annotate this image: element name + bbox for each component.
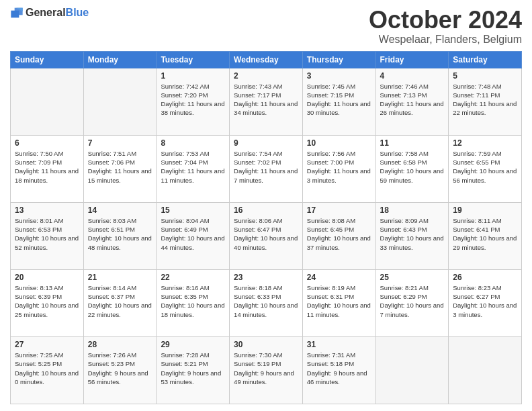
day-number: 17 xyxy=(307,205,371,215)
day-number: 5 xyxy=(453,71,517,81)
day-number: 16 xyxy=(234,205,298,215)
logo-general: General xyxy=(26,7,66,18)
day-info: Sunrise: 8:19 AMSunset: 6:31 PMDaylight:… xyxy=(307,283,371,319)
table-row: 13Sunrise: 8:01 AMSunset: 6:53 PMDayligh… xyxy=(11,202,84,269)
day-number: 18 xyxy=(380,205,445,215)
day-number: 29 xyxy=(161,340,225,349)
day-info: Sunrise: 7:48 AMSunset: 7:11 PMDaylight:… xyxy=(453,82,517,118)
table-row: 27Sunrise: 7:25 AMSunset: 5:25 PMDayligh… xyxy=(11,336,84,404)
day-number: 21 xyxy=(88,273,152,282)
table-row: 9Sunrise: 7:54 AMSunset: 7:02 PMDaylight… xyxy=(230,135,303,202)
day-info: Sunrise: 7:54 AMSunset: 7:02 PMDaylight:… xyxy=(234,149,298,185)
table-row: 4Sunrise: 7:46 AMSunset: 7:13 PMDaylight… xyxy=(375,68,449,135)
table-row: 18Sunrise: 8:09 AMSunset: 6:43 PMDayligh… xyxy=(375,202,449,269)
table-row: 12Sunrise: 7:59 AMSunset: 6:55 PMDayligh… xyxy=(449,135,522,202)
logo-icon xyxy=(10,7,24,19)
day-number: 22 xyxy=(161,273,225,282)
weekday-header-row: Sunday Monday Tuesday Wednesday Thursday… xyxy=(11,51,522,68)
day-number: 24 xyxy=(307,273,371,282)
day-info: Sunrise: 7:43 AMSunset: 7:17 PMDaylight:… xyxy=(234,82,298,118)
day-number: 13 xyxy=(15,205,79,215)
day-number: 3 xyxy=(307,71,371,81)
table-row: 23Sunrise: 8:18 AMSunset: 6:33 PMDayligh… xyxy=(230,269,303,336)
day-number: 20 xyxy=(15,273,79,282)
day-info: Sunrise: 7:46 AMSunset: 7:13 PMDaylight:… xyxy=(380,82,445,118)
table-row: 30Sunrise: 7:30 AMSunset: 5:19 PMDayligh… xyxy=(230,336,303,404)
day-info: Sunrise: 7:53 AMSunset: 7:04 PMDaylight:… xyxy=(161,149,225,185)
day-number: 26 xyxy=(453,273,517,282)
header-thursday: Thursday xyxy=(302,51,375,68)
day-info: Sunrise: 8:06 AMSunset: 6:47 PMDaylight:… xyxy=(234,216,298,252)
day-number: 7 xyxy=(88,138,152,148)
day-info: Sunrise: 8:14 AMSunset: 6:37 PMDaylight:… xyxy=(88,283,152,319)
logo: GeneralBlue xyxy=(10,7,89,19)
table-row: 24Sunrise: 8:19 AMSunset: 6:31 PMDayligh… xyxy=(302,269,375,336)
day-info: Sunrise: 7:25 AMSunset: 5:25 PMDaylight:… xyxy=(15,351,79,386)
header-sunday: Sunday xyxy=(11,51,84,68)
day-info: Sunrise: 7:58 AMSunset: 6:58 PMDaylight:… xyxy=(380,149,445,185)
day-number: 11 xyxy=(380,138,445,148)
calendar-week-row: 27Sunrise: 7:25 AMSunset: 5:25 PMDayligh… xyxy=(11,336,522,404)
title-block: October 2024 Wespelaar, Flanders, Belgiu… xyxy=(369,7,522,46)
day-info: Sunrise: 8:11 AMSunset: 6:41 PMDaylight:… xyxy=(453,216,517,252)
day-number: 23 xyxy=(234,273,298,282)
header-friday: Friday xyxy=(375,51,449,68)
day-info: Sunrise: 8:01 AMSunset: 6:53 PMDaylight:… xyxy=(15,216,79,252)
table-row xyxy=(375,336,449,404)
header: GeneralBlue October 2024 Wespelaar, Flan… xyxy=(10,7,522,46)
table-row: 3Sunrise: 7:45 AMSunset: 7:15 PMDaylight… xyxy=(302,68,375,135)
day-number: 30 xyxy=(234,340,298,349)
day-number: 27 xyxy=(15,340,79,349)
day-number: 4 xyxy=(380,71,445,81)
calendar-week-row: 6Sunrise: 7:50 AMSunset: 7:09 PMDaylight… xyxy=(11,135,522,202)
location-title: Wespelaar, Flanders, Belgium xyxy=(369,34,522,46)
calendar-table: Sunday Monday Tuesday Wednesday Thursday… xyxy=(10,51,522,404)
day-info: Sunrise: 7:28 AMSunset: 5:21 PMDaylight:… xyxy=(161,351,225,386)
day-info: Sunrise: 7:42 AMSunset: 7:20 PMDaylight:… xyxy=(161,82,225,118)
table-row: 19Sunrise: 8:11 AMSunset: 6:41 PMDayligh… xyxy=(449,202,522,269)
day-info: Sunrise: 7:59 AMSunset: 6:55 PMDaylight:… xyxy=(453,149,517,185)
day-number: 6 xyxy=(15,138,79,148)
table-row: 8Sunrise: 7:53 AMSunset: 7:04 PMDaylight… xyxy=(157,135,230,202)
header-tuesday: Tuesday xyxy=(157,51,230,68)
day-number: 12 xyxy=(453,138,517,148)
table-row: 25Sunrise: 8:21 AMSunset: 6:29 PMDayligh… xyxy=(375,269,449,336)
day-info: Sunrise: 7:50 AMSunset: 7:09 PMDaylight:… xyxy=(15,149,79,185)
table-row: 15Sunrise: 8:04 AMSunset: 6:49 PMDayligh… xyxy=(157,202,230,269)
table-row xyxy=(11,68,84,135)
day-number: 2 xyxy=(234,71,298,81)
day-number: 31 xyxy=(307,340,371,349)
calendar-week-row: 13Sunrise: 8:01 AMSunset: 6:53 PMDayligh… xyxy=(11,202,522,269)
day-info: Sunrise: 8:21 AMSunset: 6:29 PMDaylight:… xyxy=(380,283,445,319)
day-number: 19 xyxy=(453,205,517,215)
table-row: 6Sunrise: 7:50 AMSunset: 7:09 PMDaylight… xyxy=(11,135,84,202)
header-monday: Monday xyxy=(83,51,157,68)
table-row: 1Sunrise: 7:42 AMSunset: 7:20 PMDaylight… xyxy=(157,68,230,135)
table-row: 17Sunrise: 8:08 AMSunset: 6:45 PMDayligh… xyxy=(302,202,375,269)
logo-blue: Blue xyxy=(66,7,89,18)
header-saturday: Saturday xyxy=(449,51,522,68)
day-number: 10 xyxy=(307,138,371,148)
day-number: 9 xyxy=(234,138,298,148)
day-number: 25 xyxy=(380,273,445,282)
day-info: Sunrise: 7:30 AMSunset: 5:19 PMDaylight:… xyxy=(234,351,298,386)
table-row: 28Sunrise: 7:26 AMSunset: 5:23 PMDayligh… xyxy=(83,336,157,404)
table-row xyxy=(83,68,157,135)
day-info: Sunrise: 8:16 AMSunset: 6:35 PMDaylight:… xyxy=(161,283,225,319)
table-row: 10Sunrise: 7:56 AMSunset: 7:00 PMDayligh… xyxy=(302,135,375,202)
day-info: Sunrise: 8:18 AMSunset: 6:33 PMDaylight:… xyxy=(234,283,298,319)
table-row: 29Sunrise: 7:28 AMSunset: 5:21 PMDayligh… xyxy=(157,336,230,404)
day-number: 28 xyxy=(88,340,152,349)
day-info: Sunrise: 8:08 AMSunset: 6:45 PMDaylight:… xyxy=(307,216,371,252)
day-info: Sunrise: 8:09 AMSunset: 6:43 PMDaylight:… xyxy=(380,216,445,252)
table-row: 21Sunrise: 8:14 AMSunset: 6:37 PMDayligh… xyxy=(83,269,157,336)
day-info: Sunrise: 8:03 AMSunset: 6:51 PMDaylight:… xyxy=(88,216,152,252)
day-info: Sunrise: 7:56 AMSunset: 7:00 PMDaylight:… xyxy=(307,149,371,185)
day-info: Sunrise: 7:31 AMSunset: 5:18 PMDaylight:… xyxy=(307,351,371,386)
day-info: Sunrise: 7:51 AMSunset: 7:06 PMDaylight:… xyxy=(88,149,152,185)
day-number: 15 xyxy=(161,205,225,215)
day-number: 8 xyxy=(161,138,225,148)
table-row: 31Sunrise: 7:31 AMSunset: 5:18 PMDayligh… xyxy=(302,336,375,404)
table-row: 2Sunrise: 7:43 AMSunset: 7:17 PMDaylight… xyxy=(230,68,303,135)
table-row: 11Sunrise: 7:58 AMSunset: 6:58 PMDayligh… xyxy=(375,135,449,202)
